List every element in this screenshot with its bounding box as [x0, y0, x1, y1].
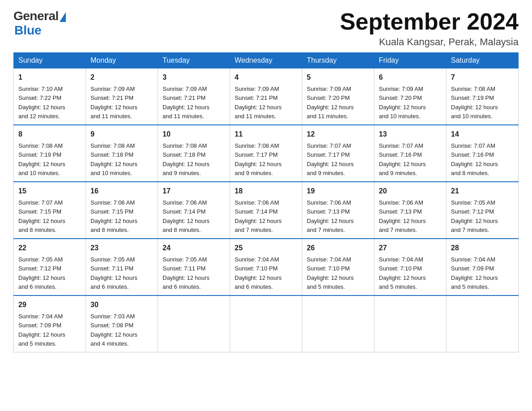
table-row: 22 Sunrise: 7:05 AMSunset: 7:12 PMDaylig… — [14, 239, 86, 295]
table-row: 11 Sunrise: 7:08 AMSunset: 7:17 PMDaylig… — [230, 125, 302, 182]
day-number: 14 — [451, 129, 514, 140]
table-row: 7 Sunrise: 7:08 AMSunset: 7:19 PMDayligh… — [446, 68, 519, 125]
day-info: Sunrise: 7:08 AMSunset: 7:18 PMDaylight:… — [90, 142, 137, 176]
header-sunday: Sunday — [14, 53, 86, 68]
header-tuesday: Tuesday — [158, 53, 230, 68]
page-header: General Blue September 2024 Kuala Kangsa… — [13, 9, 519, 48]
header-saturday: Saturday — [446, 53, 519, 68]
day-number: 29 — [18, 300, 81, 310]
table-row: 20 Sunrise: 7:06 AMSunset: 7:13 PMDaylig… — [374, 182, 446, 239]
day-info: Sunrise: 7:05 AMSunset: 7:11 PMDaylight:… — [163, 256, 210, 290]
day-info: Sunrise: 7:06 AMSunset: 7:13 PMDaylight:… — [307, 199, 354, 233]
day-info: Sunrise: 7:07 AMSunset: 7:15 PMDaylight:… — [18, 199, 65, 233]
calendar-title: September 2024 — [340, 9, 519, 34]
day-info: Sunrise: 7:08 AMSunset: 7:19 PMDaylight:… — [451, 86, 498, 120]
day-info: Sunrise: 7:06 AMSunset: 7:15 PMDaylight:… — [90, 199, 137, 233]
calendar-table: Sunday Monday Tuesday Wednesday Thursday… — [13, 52, 519, 352]
table-row: 18 Sunrise: 7:06 AMSunset: 7:14 PMDaylig… — [230, 182, 302, 239]
calendar-week-row: 22 Sunrise: 7:05 AMSunset: 7:12 PMDaylig… — [14, 239, 519, 295]
table-row: 15 Sunrise: 7:07 AMSunset: 7:15 PMDaylig… — [14, 182, 86, 239]
table-row: 3 Sunrise: 7:09 AMSunset: 7:21 PMDayligh… — [158, 68, 230, 125]
table-row: 30 Sunrise: 7:03 AMSunset: 7:08 PMDaylig… — [86, 295, 158, 352]
day-number: 12 — [307, 129, 369, 140]
calendar-subtitle: Kuala Kangsar, Perak, Malaysia — [340, 36, 519, 48]
table-row: 17 Sunrise: 7:06 AMSunset: 7:14 PMDaylig… — [158, 182, 230, 239]
day-info: Sunrise: 7:07 AMSunset: 7:16 PMDaylight:… — [451, 142, 498, 176]
day-info: Sunrise: 7:05 AMSunset: 7:11 PMDaylight:… — [90, 256, 137, 290]
day-number: 19 — [307, 186, 369, 197]
day-number: 4 — [235, 72, 297, 83]
table-row — [158, 295, 230, 352]
day-info: Sunrise: 7:09 AMSunset: 7:21 PMDaylight:… — [90, 86, 137, 120]
table-row: 4 Sunrise: 7:09 AMSunset: 7:21 PMDayligh… — [230, 68, 302, 125]
day-number: 7 — [451, 72, 514, 83]
day-number: 11 — [235, 129, 297, 140]
table-row: 19 Sunrise: 7:06 AMSunset: 7:13 PMDaylig… — [302, 182, 374, 239]
table-row: 9 Sunrise: 7:08 AMSunset: 7:18 PMDayligh… — [86, 125, 158, 182]
header-thursday: Thursday — [302, 53, 374, 68]
day-info: Sunrise: 7:04 AMSunset: 7:10 PMDaylight:… — [307, 256, 354, 290]
day-info: Sunrise: 7:03 AMSunset: 7:08 PMDaylight:… — [90, 313, 137, 347]
day-info: Sunrise: 7:09 AMSunset: 7:21 PMDaylight:… — [163, 86, 210, 120]
calendar-week-row: 1 Sunrise: 7:10 AMSunset: 7:22 PMDayligh… — [14, 68, 519, 125]
table-row: 16 Sunrise: 7:06 AMSunset: 7:15 PMDaylig… — [86, 182, 158, 239]
table-row: 14 Sunrise: 7:07 AMSunset: 7:16 PMDaylig… — [446, 125, 519, 182]
calendar-header-row: Sunday Monday Tuesday Wednesday Thursday… — [14, 53, 519, 68]
table-row — [446, 295, 519, 352]
day-number: 20 — [379, 186, 442, 197]
header-wednesday: Wednesday — [230, 53, 302, 68]
table-row: 28 Sunrise: 7:04 AMSunset: 7:09 PMDaylig… — [446, 239, 519, 295]
day-info: Sunrise: 7:05 AMSunset: 7:12 PMDaylight:… — [18, 256, 65, 290]
day-info: Sunrise: 7:04 AMSunset: 7:10 PMDaylight:… — [379, 256, 426, 290]
header-friday: Friday — [374, 53, 446, 68]
day-number: 8 — [18, 129, 81, 140]
day-number: 13 — [379, 129, 442, 140]
day-number: 16 — [90, 186, 153, 197]
table-row: 8 Sunrise: 7:08 AMSunset: 7:19 PMDayligh… — [14, 125, 86, 182]
calendar-week-row: 15 Sunrise: 7:07 AMSunset: 7:15 PMDaylig… — [14, 182, 519, 239]
day-number: 3 — [163, 72, 225, 83]
table-row: 13 Sunrise: 7:07 AMSunset: 7:16 PMDaylig… — [374, 125, 446, 182]
day-number: 10 — [163, 129, 225, 140]
day-info: Sunrise: 7:05 AMSunset: 7:12 PMDaylight:… — [451, 199, 498, 233]
day-number: 2 — [90, 72, 153, 83]
day-number: 22 — [18, 243, 81, 253]
day-number: 30 — [90, 300, 153, 310]
day-info: Sunrise: 7:06 AMSunset: 7:13 PMDaylight:… — [379, 199, 426, 233]
day-number: 26 — [307, 243, 369, 253]
logo-triangle-icon — [60, 12, 66, 22]
day-number: 17 — [163, 186, 225, 197]
table-row: 12 Sunrise: 7:07 AMSunset: 7:17 PMDaylig… — [302, 125, 374, 182]
day-info: Sunrise: 7:08 AMSunset: 7:19 PMDaylight:… — [18, 142, 65, 176]
logo: General Blue — [13, 9, 66, 38]
table-row: 10 Sunrise: 7:08 AMSunset: 7:18 PMDaylig… — [158, 125, 230, 182]
table-row — [230, 295, 302, 352]
table-row — [302, 295, 374, 352]
day-number: 25 — [235, 243, 297, 253]
day-info: Sunrise: 7:06 AMSunset: 7:14 PMDaylight:… — [235, 199, 282, 233]
table-row: 25 Sunrise: 7:04 AMSunset: 7:10 PMDaylig… — [230, 239, 302, 295]
logo-blue-text: Blue — [14, 23, 42, 38]
table-row: 6 Sunrise: 7:09 AMSunset: 7:20 PMDayligh… — [374, 68, 446, 125]
day-number: 23 — [90, 243, 153, 253]
table-row — [374, 295, 446, 352]
calendar-week-row: 29 Sunrise: 7:04 AMSunset: 7:09 PMDaylig… — [14, 295, 519, 352]
day-number: 18 — [235, 186, 297, 197]
table-row: 5 Sunrise: 7:09 AMSunset: 7:20 PMDayligh… — [302, 68, 374, 125]
table-row: 23 Sunrise: 7:05 AMSunset: 7:11 PMDaylig… — [86, 239, 158, 295]
table-row: 2 Sunrise: 7:09 AMSunset: 7:21 PMDayligh… — [86, 68, 158, 125]
day-info: Sunrise: 7:04 AMSunset: 7:09 PMDaylight:… — [18, 313, 65, 347]
day-info: Sunrise: 7:06 AMSunset: 7:14 PMDaylight:… — [163, 199, 210, 233]
day-number: 15 — [18, 186, 81, 197]
day-info: Sunrise: 7:09 AMSunset: 7:21 PMDaylight:… — [235, 86, 282, 120]
day-number: 27 — [379, 243, 442, 253]
day-info: Sunrise: 7:07 AMSunset: 7:16 PMDaylight:… — [379, 142, 426, 176]
calendar-week-row: 8 Sunrise: 7:08 AMSunset: 7:19 PMDayligh… — [14, 125, 519, 182]
day-number: 28 — [451, 243, 514, 253]
header-monday: Monday — [86, 53, 158, 68]
day-info: Sunrise: 7:09 AMSunset: 7:20 PMDaylight:… — [307, 86, 354, 120]
table-row: 29 Sunrise: 7:04 AMSunset: 7:09 PMDaylig… — [14, 295, 86, 352]
day-info: Sunrise: 7:08 AMSunset: 7:18 PMDaylight:… — [163, 142, 210, 176]
day-number: 1 — [18, 72, 81, 83]
day-number: 21 — [451, 186, 514, 197]
